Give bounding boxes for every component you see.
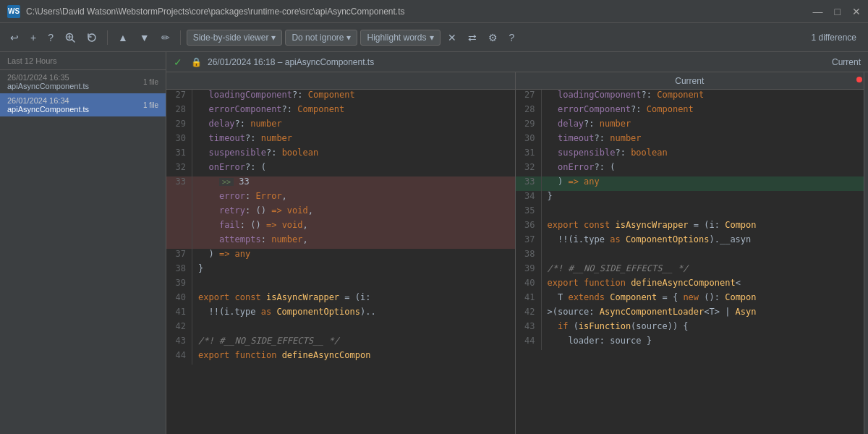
undo-button[interactable]: ↩ <box>6 29 23 46</box>
left-line-33: 33 >> 33 <box>166 176 515 191</box>
sidebar: Last 12 Hours 26/01/2024 16:35 apiAsyncC… <box>0 52 166 434</box>
right-line-38: 38 <box>516 249 864 263</box>
left-line-30: 30 timeout?: number <box>166 133 515 148</box>
next-diff-button[interactable]: ▼ <box>135 29 154 46</box>
right-line-40: 40 export function defineAsyncComponent< <box>516 278 864 292</box>
sidebar-item-2[interactable]: 26/01/2024 16:34 apiAsyncComponent.ts 1 … <box>0 93 166 116</box>
left-line-31: 31 suspensible?: boolean <box>166 148 515 162</box>
left-panel-header <box>166 72 515 90</box>
left-diff-panel: 27 loadingComponent?: Component 28 error… <box>166 72 516 434</box>
left-line-41: 41 !!(i.type as ComponentOptions).. <box>166 307 515 321</box>
right-line-30: 30 timeout?: number <box>516 133 864 148</box>
left-diff-content[interactable]: 27 loadingComponent?: Component 28 error… <box>166 90 515 434</box>
diff-count: 1 difference <box>806 33 863 43</box>
left-line-29: 29 delay?: number <box>166 119 515 133</box>
right-panel-header: Current <box>516 72 864 90</box>
left-line-43: 43 /*! #__NO_SIDE_EFFECTS__ */ <box>166 336 515 350</box>
scroll-indicator[interactable] <box>864 72 868 434</box>
app-icon: WS <box>7 5 20 18</box>
left-line-33b: error: Error, <box>166 191 515 205</box>
sidebar-filecount-1: 1 file <box>143 78 158 86</box>
window-title: C:\Users\David Watson\WebstormProjects\c… <box>26 7 807 17</box>
left-line-39: 39 <box>166 278 515 292</box>
separator-1 <box>107 30 108 45</box>
left-line-34: retry: () => void, <box>166 205 515 220</box>
maximize-button[interactable]: □ <box>835 6 841 17</box>
left-line-28: 28 errorComponent?: Component <box>166 104 515 119</box>
separator-2 <box>180 30 181 45</box>
help-button-2[interactable]: ? <box>505 29 519 46</box>
diff-header-title: 26/01/2024 16:18 – apiAsyncComponent.ts <box>208 57 374 67</box>
toolbar: ↩ + ? ▲ ▼ ✏ Side-by-side viewer ▾ Do not… <box>0 23 868 52</box>
left-line-27: 27 loadingComponent?: Component <box>166 90 515 104</box>
right-line-27: 27 loadingComponent?: Component <box>516 90 864 104</box>
highlight-dropdown[interactable]: Highlight words ▾ <box>360 30 440 46</box>
left-line-42: 42 <box>166 321 515 336</box>
viewer-dropdown[interactable]: Side-by-side viewer ▾ <box>187 30 283 46</box>
sidebar-header: Last 12 Hours <box>0 52 166 70</box>
ignore-dropdown[interactable]: Do not ignore ▾ <box>285 30 357 46</box>
right-line-43: 43 if (isFunction(source)) { <box>516 321 864 336</box>
left-line-32: 32 onError?: ( <box>166 162 515 176</box>
add-button[interactable]: + <box>26 29 41 46</box>
right-diff-panel: Current 27 loadingComponent?: Component … <box>516 72 864 434</box>
help-button[interactable]: ? <box>43 29 58 46</box>
right-line-32: 32 onError?: ( <box>516 162 864 176</box>
right-line-39: 39 /*! #__NO_SIDE_EFFECTS__ */ <box>516 263 864 278</box>
close-diff-button[interactable]: ✕ <box>443 29 461 46</box>
right-line-35: 35 <box>516 205 864 220</box>
title-bar: WS C:\Users\David Watson\WebstormProject… <box>0 0 868 23</box>
right-line-37: 37 !!(i.type as ComponentOptions).__asyn <box>516 234 864 249</box>
diff-area: ✓ 🔒 26/01/2024 16:18 – apiAsyncComponent… <box>166 52 868 434</box>
left-line-38: 38 } <box>166 263 515 278</box>
right-line-34: 34 } <box>516 191 864 205</box>
window-controls: — □ ✕ <box>813 6 861 17</box>
sidebar-date-1: 26/01/2024 16:35 <box>7 73 89 82</box>
sidebar-filename-1: apiAsyncComponent.ts <box>7 82 89 90</box>
left-line-40: 40 export const isAsyncWrapper = (i: <box>166 292 515 307</box>
diff-header-current: Current <box>832 57 861 67</box>
right-line-44: 44 loader: source } <box>516 336 864 350</box>
svg-line-1 <box>72 39 75 42</box>
right-diff-content[interactable]: 27 loadingComponent?: Component 28 error… <box>516 90 864 434</box>
sidebar-filename-2: apiAsyncComponent.ts <box>7 105 89 114</box>
right-line-36: 36 export const isAsyncWrapper = (i: Com… <box>516 220 864 234</box>
left-line-44: 44 export function defineAsyncCompon <box>166 350 515 365</box>
right-line-41: 41 T extends Component = { new (): Compo… <box>516 292 864 307</box>
right-line-29: 29 delay?: number <box>516 119 864 133</box>
close-button[interactable]: ✕ <box>852 6 861 17</box>
diff-header: ✓ 🔒 26/01/2024 16:18 – apiAsyncComponent… <box>166 52 868 72</box>
sidebar-date-2: 26/01/2024 16:34 <box>7 96 89 105</box>
right-line-42: 42 >(source: AsyncComponentLoader<T> | A… <box>516 307 864 321</box>
swap-button[interactable]: ⇄ <box>464 29 481 46</box>
check-icon: ✓ <box>174 56 182 68</box>
magnify-button[interactable] <box>61 30 80 46</box>
refresh-button[interactable] <box>82 30 101 46</box>
sidebar-filecount-2: 1 file <box>143 101 158 109</box>
edit-button[interactable]: ✏ <box>157 29 174 46</box>
left-line-36: attempts: number, <box>166 234 515 249</box>
sidebar-item-1[interactable]: 26/01/2024 16:35 apiAsyncComponent.ts 1 … <box>0 70 166 93</box>
settings-button[interactable]: ⚙ <box>484 29 502 46</box>
diff-panels: 27 loadingComponent?: Component 28 error… <box>166 72 868 434</box>
lock-icon: 🔒 <box>191 57 202 67</box>
right-line-31: 31 suspensible?: boolean <box>516 148 864 162</box>
minimize-button[interactable]: — <box>813 6 823 17</box>
left-line-37: 37 ) => any <box>166 249 515 263</box>
left-line-35: fail: () => void, <box>166 220 515 234</box>
right-line-28: 28 errorComponent?: Component <box>516 104 864 119</box>
main-container: Last 12 Hours 26/01/2024 16:35 apiAsyncC… <box>0 52 868 434</box>
right-line-33: 33 ) => any <box>516 176 864 191</box>
prev-diff-button[interactable]: ▲ <box>114 29 132 46</box>
